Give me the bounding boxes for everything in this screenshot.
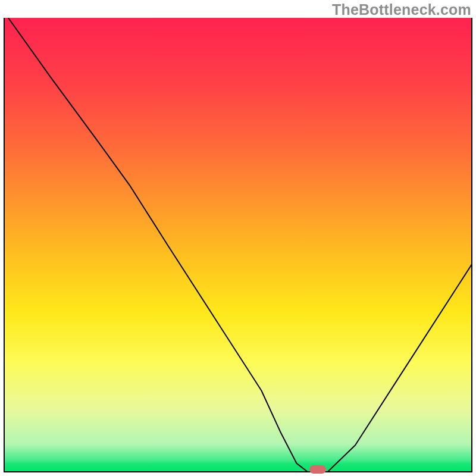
chart-stage: TheBottleneck.com <box>0 0 476 476</box>
plot-background-gradient <box>4 18 472 472</box>
watermark-text: TheBottleneck.com <box>332 1 471 18</box>
plot-area <box>4 18 472 472</box>
optimum-marker <box>309 465 326 474</box>
